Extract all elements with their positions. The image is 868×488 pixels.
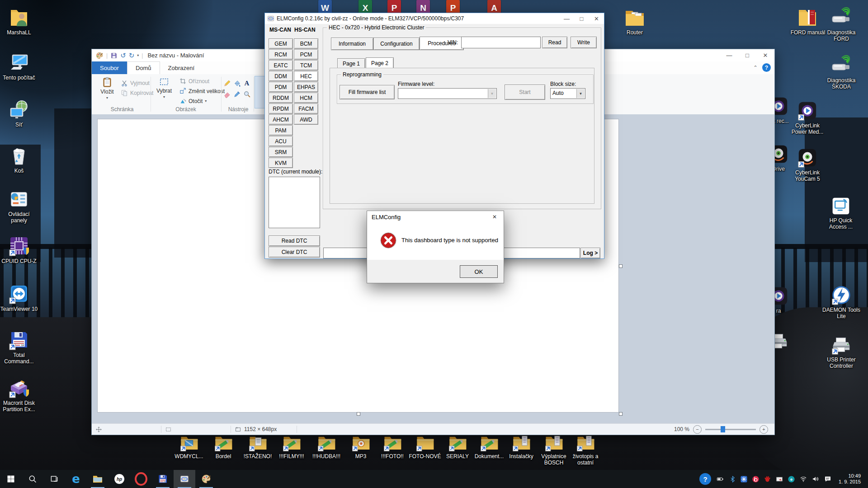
firmware-level-combobox[interactable]: ▼ [398, 88, 497, 99]
redo-icon[interactable]: ↻ [129, 52, 135, 60]
module-button-hcm[interactable]: HCM [294, 93, 318, 103]
desktop-icon-diagnostika-skoda[interactable]: Diagnostika ŠKODA [822, 53, 860, 90]
close-button[interactable]: ✕ [756, 49, 774, 61]
elmconfig-titlebar[interactable]: ELMConfig 0.2.16c by civil-zz - Online m… [265, 13, 604, 24]
fill-firmware-list-button[interactable]: Fill firmware list [340, 85, 395, 99]
clear-dtc-button[interactable]: Clear DTC [269, 247, 320, 258]
desktop-icon-router[interactable]: Router [616, 5, 654, 36]
eraser-tool-icon[interactable] [223, 90, 231, 98]
desktop-icon-usb-printer[interactable]: USB Printer Controller [822, 333, 860, 369]
qat-customize-icon[interactable]: ▾ [137, 53, 139, 57]
desktop-icon-network[interactable]: Síť [0, 98, 38, 128]
canvas-resize-handle-corner[interactable] [619, 412, 623, 416]
desktop-icon-diagnostika-ford[interactable]: Diagnostika FORD [822, 5, 860, 42]
desktop-icon-cpuz[interactable]: CPUID CPU-Z [0, 234, 38, 264]
taskbar-edge[interactable]: e [65, 470, 87, 488]
dialog-close-icon[interactable]: ✕ [486, 211, 504, 223]
maximize-button[interactable]: □ [574, 14, 589, 23]
desktop-icon-ford-manual[interactable]: FORD manuál [789, 5, 827, 36]
ok-button[interactable]: OK [460, 265, 498, 278]
vin-write-button[interactable]: Write [571, 37, 597, 48]
module-button-rpdm[interactable]: RPDM [269, 103, 293, 114]
tray-help-icon[interactable]: ? [699, 473, 711, 485]
crop-button[interactable]: Oříznout [179, 78, 209, 84]
zoom-slider-thumb[interactable] [721, 426, 725, 432]
desktop-icon-hp-quick-access[interactable]: HP Quick Access ... [822, 193, 860, 230]
battery-icon[interactable] [715, 475, 725, 483]
tab-zobrazeni[interactable]: Zobrazení [160, 61, 203, 74]
module-button-pdm[interactable]: PDM [269, 82, 293, 92]
desktop-icon-daemon-tools[interactable]: DAEMON Tools Lite [822, 283, 860, 319]
folder-shortcut[interactable]: životopis a ostatní [566, 433, 604, 466]
wifi-icon[interactable] [799, 475, 807, 483]
folder-shortcut[interactable]: !STAŽENO! [239, 433, 277, 460]
tab-configuration[interactable]: Configuration [373, 38, 420, 50]
select-button[interactable]: Vybrat ▾ [152, 77, 176, 106]
start-button-disabled[interactable]: Start [505, 84, 545, 100]
module-button-rcm[interactable]: RCM [269, 49, 293, 60]
zoom-out-button[interactable]: − [693, 425, 702, 434]
search-button[interactable] [22, 470, 43, 488]
task-view-button[interactable] [43, 470, 65, 488]
save-icon[interactable] [110, 52, 118, 59]
tab-domu[interactable]: Domů [127, 61, 160, 74]
minimize-button[interactable]: — [720, 49, 738, 61]
vin-input[interactable] [461, 37, 541, 48]
collapse-ribbon-icon[interactable]: ⌃ [753, 65, 758, 71]
fill-tool-icon[interactable] [233, 80, 241, 87]
tab-information[interactable]: Information [331, 38, 373, 50]
read-dtc-button[interactable]: Read DTC [269, 235, 320, 246]
module-button-pcm[interactable]: PCM [294, 49, 318, 60]
module-button-awd[interactable]: AWD [294, 114, 318, 125]
taskbar-paint[interactable] [195, 470, 217, 488]
maximize-button[interactable]: □ [738, 49, 756, 61]
undo-icon[interactable]: ↺ [120, 52, 126, 60]
desktop-icon-teamviewer[interactable]: TeamViewer 10 [0, 282, 38, 312]
module-button-ehpas[interactable]: EHPAS [294, 82, 318, 92]
desktop-icon-control-panel[interactable]: Ovládací panely [0, 187, 38, 224]
taskbar-clock[interactable]: 10:49 1. 9. 2015 [836, 473, 863, 485]
canvas-resize-handle-bottom[interactable] [357, 412, 360, 416]
module-button-rddm[interactable]: RDDM [269, 93, 293, 103]
coretemp-icon[interactable] [740, 475, 748, 483]
volume-icon[interactable] [811, 475, 820, 483]
module-button-gem[interactable]: GEM [269, 38, 293, 49]
bloody-mouse-icon[interactable] [764, 475, 771, 483]
module-button-acu[interactable]: ACU [269, 136, 293, 146]
module-button-ahcm[interactable]: AHCM [269, 114, 293, 125]
magnifier-tool-icon[interactable] [243, 90, 251, 98]
taskbar-total-commander[interactable] [152, 470, 174, 488]
paste-button[interactable]: Vložit ▾ [95, 77, 119, 106]
canvas-resize-handle-right[interactable] [619, 264, 623, 268]
folder-shortcut[interactable]: WDMYCL... [170, 433, 208, 460]
color-picker-tool-icon[interactable] [233, 90, 241, 98]
module-button-pam[interactable]: PAM [269, 125, 293, 136]
combo-arrow-icon[interactable]: ▼ [576, 89, 585, 98]
folder-shortcut[interactable]: Bordel [204, 433, 242, 460]
text-tool-icon[interactable]: A [245, 80, 250, 87]
eset-icon[interactable] [788, 475, 795, 483]
tab-soubor[interactable]: Soubor [92, 61, 127, 74]
module-button-kvm[interactable]: KVM [269, 158, 293, 168]
desktop-icon-macrorit[interactable]: Macrorit Disk Partition Ex... [0, 376, 38, 413]
beats-audio-icon[interactable] [752, 475, 760, 483]
log-button[interactable]: Log > [580, 248, 600, 258]
module-button-tcm[interactable]: TCM [294, 60, 318, 70]
zoom-slider[interactable] [705, 429, 756, 430]
desktop-icon-total-commander[interactable]: Total Command... [0, 328, 38, 365]
module-button-bcm[interactable]: BCM [294, 38, 318, 49]
cut-button[interactable]: Vyjmout [121, 80, 150, 87]
zoom-in-button[interactable]: + [760, 425, 768, 434]
module-button-hec-active[interactable]: HEC [294, 71, 318, 81]
taskbar-opera[interactable] [130, 470, 152, 488]
module-button-ddm[interactable]: DDM [269, 71, 293, 81]
pencil-tool-icon[interactable] [223, 80, 231, 87]
taskbar-elmconfig-active[interactable] [174, 470, 195, 488]
mail-icon[interactable] [775, 476, 783, 483]
taskbar-hp[interactable]: hp [108, 470, 130, 488]
copy-button[interactable]: Kopírovat [121, 89, 153, 97]
rotate-button[interactable]: Otočit ▾ [179, 98, 207, 104]
module-button-srm[interactable]: SRM [269, 147, 293, 157]
desktop-icon-recycle-bin[interactable]: Koš [0, 144, 38, 174]
folder-shortcut[interactable]: !!!FILMY!!! [273, 433, 311, 460]
